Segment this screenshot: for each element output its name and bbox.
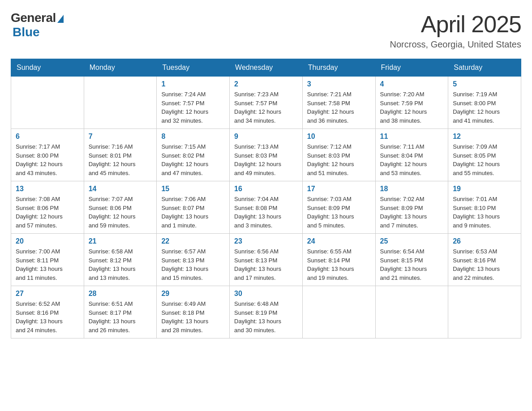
day-header-friday: Friday	[375, 59, 448, 77]
day-info: Sunrise: 7:07 AM Sunset: 8:06 PM Dayligh…	[89, 195, 152, 230]
calendar-cell: 17Sunrise: 7:03 AM Sunset: 8:09 PM Dayli…	[302, 181, 375, 234]
day-header-wednesday: Wednesday	[230, 59, 303, 77]
day-info: Sunrise: 7:21 AM Sunset: 7:58 PM Dayligh…	[307, 90, 371, 125]
calendar-week-1: 1Sunrise: 7:24 AM Sunset: 7:57 PM Daylig…	[11, 77, 521, 129]
day-number: 19	[453, 185, 516, 193]
day-info: Sunrise: 6:54 AM Sunset: 8:15 PM Dayligh…	[380, 247, 444, 282]
month-title: April 2025	[390, 11, 521, 38]
location-text: Norcross, Georgia, United States	[390, 39, 521, 50]
calendar-cell: 18Sunrise: 7:02 AM Sunset: 8:09 PM Dayli…	[375, 181, 448, 234]
calendar-cell	[11, 77, 84, 129]
calendar-cell: 20Sunrise: 7:00 AM Sunset: 8:11 PM Dayli…	[11, 234, 84, 286]
calendar-cell: 10Sunrise: 7:12 AM Sunset: 8:03 PM Dayli…	[302, 129, 375, 181]
day-number: 23	[234, 237, 298, 245]
day-number: 5	[453, 80, 516, 88]
day-number: 17	[307, 185, 371, 193]
calendar-cell: 9Sunrise: 7:13 AM Sunset: 8:03 PM Daylig…	[230, 129, 303, 181]
calendar-cell: 6Sunrise: 7:17 AM Sunset: 8:00 PM Daylig…	[11, 129, 84, 181]
day-number: 15	[161, 185, 225, 193]
day-number: 3	[307, 80, 371, 88]
calendar-cell: 21Sunrise: 6:58 AM Sunset: 8:12 PM Dayli…	[84, 234, 157, 286]
day-number: 4	[380, 80, 444, 88]
calendar-week-2: 6Sunrise: 7:17 AM Sunset: 8:00 PM Daylig…	[11, 129, 521, 181]
title-section: April 2025 Norcross, Georgia, United Sta…	[390, 11, 521, 50]
calendar-cell: 7Sunrise: 7:16 AM Sunset: 8:01 PM Daylig…	[84, 129, 157, 181]
calendar-cell: 26Sunrise: 6:53 AM Sunset: 8:16 PM Dayli…	[448, 234, 521, 286]
day-info: Sunrise: 7:09 AM Sunset: 8:05 PM Dayligh…	[453, 142, 516, 177]
day-number: 1	[161, 80, 225, 88]
day-info: Sunrise: 6:55 AM Sunset: 8:14 PM Dayligh…	[307, 247, 371, 282]
day-info: Sunrise: 7:01 AM Sunset: 8:10 PM Dayligh…	[453, 195, 516, 230]
calendar-cell: 4Sunrise: 7:20 AM Sunset: 7:59 PM Daylig…	[375, 77, 448, 129]
day-info: Sunrise: 7:19 AM Sunset: 8:00 PM Dayligh…	[453, 90, 516, 125]
calendar-cell	[84, 77, 157, 129]
day-header-sunday: Sunday	[11, 59, 84, 77]
day-info: Sunrise: 6:49 AM Sunset: 8:18 PM Dayligh…	[161, 300, 225, 334]
day-info: Sunrise: 6:52 AM Sunset: 8:16 PM Dayligh…	[16, 300, 79, 334]
day-header-saturday: Saturday	[448, 59, 521, 77]
day-number: 24	[307, 237, 371, 245]
logo-blue-text: Blue	[13, 25, 40, 39]
day-info: Sunrise: 6:58 AM Sunset: 8:12 PM Dayligh…	[89, 247, 152, 282]
calendar-cell: 30Sunrise: 6:48 AM Sunset: 8:19 PM Dayli…	[230, 286, 303, 338]
day-info: Sunrise: 7:04 AM Sunset: 8:08 PM Dayligh…	[234, 195, 298, 230]
day-info: Sunrise: 7:11 AM Sunset: 8:04 PM Dayligh…	[380, 142, 444, 177]
day-number: 25	[380, 237, 444, 245]
day-number: 10	[307, 133, 371, 141]
day-info: Sunrise: 7:17 AM Sunset: 8:00 PM Dayligh…	[16, 142, 79, 177]
header-row: SundayMondayTuesdayWednesdayThursdayFrid…	[11, 59, 521, 77]
day-number: 26	[453, 237, 516, 245]
calendar-cell: 16Sunrise: 7:04 AM Sunset: 8:08 PM Dayli…	[230, 181, 303, 234]
calendar-cell: 15Sunrise: 7:06 AM Sunset: 8:07 PM Dayli…	[157, 181, 230, 234]
day-info: Sunrise: 6:51 AM Sunset: 8:17 PM Dayligh…	[89, 300, 152, 334]
day-number: 13	[16, 185, 79, 193]
calendar-cell: 14Sunrise: 7:07 AM Sunset: 8:06 PM Dayli…	[84, 181, 157, 234]
day-info: Sunrise: 7:13 AM Sunset: 8:03 PM Dayligh…	[234, 142, 298, 177]
day-info: Sunrise: 7:06 AM Sunset: 8:07 PM Dayligh…	[161, 195, 225, 230]
day-number: 22	[161, 237, 225, 245]
day-header-monday: Monday	[84, 59, 157, 77]
logo-triangle-icon	[57, 15, 64, 23]
calendar-cell	[302, 286, 375, 338]
calendar-cell: 1Sunrise: 7:24 AM Sunset: 7:57 PM Daylig…	[157, 77, 230, 129]
day-info: Sunrise: 7:24 AM Sunset: 7:57 PM Dayligh…	[161, 90, 225, 125]
day-info: Sunrise: 6:53 AM Sunset: 8:16 PM Dayligh…	[453, 247, 516, 282]
day-number: 30	[234, 290, 298, 298]
calendar-cell: 27Sunrise: 6:52 AM Sunset: 8:16 PM Dayli…	[11, 286, 84, 338]
calendar-cell: 11Sunrise: 7:11 AM Sunset: 8:04 PM Dayli…	[375, 129, 448, 181]
calendar-cell: 12Sunrise: 7:09 AM Sunset: 8:05 PM Dayli…	[448, 129, 521, 181]
calendar-cell: 5Sunrise: 7:19 AM Sunset: 8:00 PM Daylig…	[448, 77, 521, 129]
day-header-tuesday: Tuesday	[157, 59, 230, 77]
page-header: General Blue April 2025 Norcross, Georgi…	[11, 11, 521, 50]
day-number: 27	[16, 290, 79, 298]
day-number: 9	[234, 133, 298, 141]
day-info: Sunrise: 7:16 AM Sunset: 8:01 PM Dayligh…	[89, 142, 152, 177]
day-number: 16	[234, 185, 298, 193]
day-info: Sunrise: 6:56 AM Sunset: 8:13 PM Dayligh…	[234, 247, 298, 282]
calendar-cell: 28Sunrise: 6:51 AM Sunset: 8:17 PM Dayli…	[84, 286, 157, 338]
calendar-cell: 19Sunrise: 7:01 AM Sunset: 8:10 PM Dayli…	[448, 181, 521, 234]
calendar-cell: 29Sunrise: 6:49 AM Sunset: 8:18 PM Dayli…	[157, 286, 230, 338]
day-number: 28	[89, 290, 152, 298]
logo: General Blue	[11, 11, 64, 39]
calendar-cell: 24Sunrise: 6:55 AM Sunset: 8:14 PM Dayli…	[302, 234, 375, 286]
day-header-thursday: Thursday	[302, 59, 375, 77]
day-info: Sunrise: 7:03 AM Sunset: 8:09 PM Dayligh…	[307, 195, 371, 230]
day-number: 14	[89, 185, 152, 193]
calendar-cell: 3Sunrise: 7:21 AM Sunset: 7:58 PM Daylig…	[302, 77, 375, 129]
logo-general-text: General	[11, 11, 56, 25]
calendar-cell: 13Sunrise: 7:08 AM Sunset: 8:06 PM Dayli…	[11, 181, 84, 234]
day-info: Sunrise: 7:23 AM Sunset: 7:57 PM Dayligh…	[234, 90, 298, 125]
calendar-week-5: 27Sunrise: 6:52 AM Sunset: 8:16 PM Dayli…	[11, 286, 521, 338]
calendar-body: 1Sunrise: 7:24 AM Sunset: 7:57 PM Daylig…	[11, 77, 521, 338]
day-info: Sunrise: 7:15 AM Sunset: 8:02 PM Dayligh…	[161, 142, 225, 177]
day-info: Sunrise: 6:57 AM Sunset: 8:13 PM Dayligh…	[161, 247, 225, 282]
day-number: 6	[16, 133, 79, 141]
calendar-cell	[375, 286, 448, 338]
calendar-cell: 23Sunrise: 6:56 AM Sunset: 8:13 PM Dayli…	[230, 234, 303, 286]
day-number: 8	[161, 133, 225, 141]
calendar-cell: 2Sunrise: 7:23 AM Sunset: 7:57 PM Daylig…	[230, 77, 303, 129]
day-info: Sunrise: 7:00 AM Sunset: 8:11 PM Dayligh…	[16, 247, 79, 282]
day-info: Sunrise: 7:20 AM Sunset: 7:59 PM Dayligh…	[380, 90, 444, 125]
day-info: Sunrise: 6:48 AM Sunset: 8:19 PM Dayligh…	[234, 300, 298, 334]
